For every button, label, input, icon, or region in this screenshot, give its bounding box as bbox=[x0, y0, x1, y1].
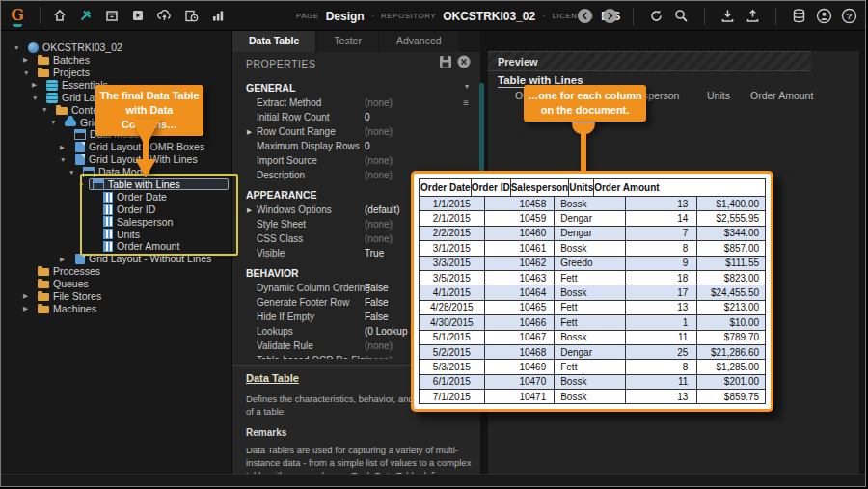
property-value[interactable]: 0 bbox=[365, 141, 370, 151]
property-label: Generate Footer Row bbox=[257, 297, 349, 308]
property-value[interactable]: (none) bbox=[365, 126, 393, 137]
property-value[interactable]: False bbox=[365, 297, 388, 308]
property-menu-icon[interactable]: ▾ bbox=[465, 82, 469, 91]
tree-expander[interactable]: ▼ bbox=[23, 69, 34, 76]
cell-order-date: 3/3/2015 bbox=[420, 257, 484, 270]
close-icon[interactable] bbox=[452, 55, 471, 72]
property-row[interactable]: Extract Method (none) ≡ bbox=[232, 95, 480, 110]
repository-label: REPOSITORY bbox=[381, 12, 436, 20]
save-icon[interactable] bbox=[434, 55, 452, 72]
download-icon[interactable] bbox=[719, 8, 736, 24]
cell-order-id: 10460 bbox=[484, 227, 555, 240]
cell-units: 13 bbox=[625, 390, 697, 403]
tree-node-icon bbox=[56, 107, 68, 115]
property-value[interactable]: (none) bbox=[365, 155, 393, 166]
page-value[interactable]: Design bbox=[326, 10, 365, 23]
cell-order-amount: $24,455.50 bbox=[696, 285, 765, 299]
cloud-upload-icon[interactable] bbox=[156, 8, 173, 23]
cell-order-amount: $1,400.00 bbox=[696, 197, 765, 210]
property-expander-icon[interactable]: ▶ bbox=[247, 128, 252, 136]
tree-expander[interactable]: ▶ bbox=[23, 305, 34, 312]
tab[interactable]: Tester bbox=[317, 31, 378, 52]
tree-item[interactable]: Queues bbox=[1, 278, 231, 290]
tree-item[interactable]: ▼ OKCSTRKI03_02 bbox=[1, 41, 231, 54]
home-icon[interactable] bbox=[52, 8, 68, 23]
property-label: Hide If Empty bbox=[257, 312, 314, 322]
tree-item[interactable]: ▼ Projects bbox=[1, 67, 231, 79]
cell-order-date: 1/1/2015 bbox=[420, 197, 484, 210]
property-value[interactable]: (none) bbox=[365, 355, 393, 359]
tree-expander[interactable]: ▶ bbox=[32, 81, 42, 89]
cell-salesperson: Dengar bbox=[554, 211, 625, 225]
tab[interactable]: Advanced bbox=[380, 31, 458, 52]
property-value[interactable]: (none) bbox=[365, 233, 393, 244]
tree-expander[interactable]: ▶ bbox=[23, 56, 34, 64]
tree-expander[interactable]: ▼ bbox=[68, 169, 79, 176]
help-icon[interactable]: ? bbox=[841, 8, 857, 24]
account-icon[interactable] bbox=[816, 8, 832, 24]
cell-order-amount: $201.00 bbox=[696, 375, 765, 389]
review-icon[interactable] bbox=[130, 8, 146, 23]
property-value[interactable]: (none) bbox=[365, 219, 393, 230]
tree-item[interactable]: ▶ File Stores bbox=[1, 290, 231, 303]
property-value[interactable]: 0 bbox=[365, 112, 370, 122]
property-value[interactable]: True bbox=[365, 248, 384, 258]
property-label: CSS Class bbox=[257, 233, 303, 244]
cell-order-date: 2/1/2015 bbox=[420, 211, 484, 225]
tree-expander[interactable]: ▶ bbox=[60, 144, 70, 151]
tab[interactable]: Data Table bbox=[232, 31, 315, 52]
property-row[interactable]: Maximum Display Rows 0 bbox=[232, 139, 480, 153]
tree-item[interactable]: ▶ Batches bbox=[1, 54, 231, 67]
tree-expander[interactable]: ▼ bbox=[60, 156, 70, 163]
property-row[interactable]: ▶ Row Count Range (none) bbox=[232, 124, 480, 139]
tree-expander[interactable]: ▶ bbox=[23, 292, 34, 300]
property-label: Validate Rule bbox=[257, 340, 313, 351]
table-row: 5/2/2015 10468 Dengar 25 $21,286.60 bbox=[420, 344, 765, 359]
property-row[interactable]: Initial Row Count 0 bbox=[232, 110, 480, 124]
property-value[interactable]: False bbox=[365, 283, 388, 293]
batches-icon[interactable] bbox=[104, 8, 120, 23]
tree-expander[interactable]: ▶ bbox=[60, 256, 70, 263]
tree-node-icon bbox=[38, 281, 49, 288]
cell-order-id: 10467 bbox=[484, 331, 555, 344]
property-row[interactable]: GENERAL ▾ bbox=[232, 80, 480, 95]
database-icon[interactable] bbox=[791, 8, 807, 24]
tree-expander[interactable]: ▼ bbox=[32, 95, 42, 101]
tree-expander[interactable]: ▼ bbox=[50, 119, 61, 125]
property-row[interactable]: Import Source (none) bbox=[232, 153, 480, 168]
search-icon[interactable] bbox=[673, 8, 690, 24]
tree-item[interactable]: ▶ Grid Layout - OMR Boxes bbox=[1, 141, 231, 153]
preview-header: Preview bbox=[488, 51, 811, 71]
cell-units: 8 bbox=[625, 241, 697, 255]
refresh-icon[interactable] bbox=[648, 8, 665, 24]
property-value[interactable]: (default) bbox=[365, 204, 400, 215]
property-label: Table-based OCR Re-Flow bbox=[257, 355, 372, 359]
property-label: Initial Row Count bbox=[257, 112, 330, 122]
cell-order-amount: $2,555.95 bbox=[696, 211, 765, 225]
back-icon[interactable] bbox=[577, 8, 593, 24]
top-toolbar: G PAGE Design · REPOSITORY OKCSTRKI03_02… bbox=[1, 1, 865, 31]
cell-salesperson: Dengar bbox=[554, 227, 625, 240]
table-row: 2/1/2015 10459 Dengar 14 $2,555.95 bbox=[420, 210, 765, 225]
stats-icon[interactable] bbox=[210, 8, 226, 23]
tree-expander[interactable]: ▼ bbox=[14, 44, 24, 51]
property-value[interactable]: (none) bbox=[365, 170, 393, 180]
tasks-icon[interactable] bbox=[183, 8, 200, 23]
property-label: Row Count Range bbox=[257, 126, 336, 137]
property-value[interactable]: False bbox=[365, 312, 388, 322]
cell-order-amount: $857.00 bbox=[696, 241, 765, 255]
property-value[interactable]: (none) bbox=[365, 97, 393, 108]
tree-item[interactable]: Processes bbox=[1, 265, 231, 278]
tree-item[interactable]: ▶ Machines bbox=[1, 303, 231, 315]
tree-highlight-box bbox=[80, 174, 238, 256]
tree-expander[interactable]: ▼ bbox=[41, 106, 52, 113]
property-value[interactable]: (none) bbox=[365, 340, 393, 351]
tree-item[interactable]: ▼ Grid Layout - With Lines bbox=[1, 153, 231, 166]
forward-icon[interactable] bbox=[602, 8, 618, 24]
repository-value[interactable]: OKCSTRKI03_02 bbox=[443, 10, 535, 23]
property-menu-icon[interactable]: ≡ bbox=[463, 97, 469, 108]
upload-icon[interactable] bbox=[745, 8, 761, 24]
cell-salesperson: Bossk bbox=[554, 375, 625, 389]
property-expander-icon[interactable]: ▶ bbox=[247, 206, 252, 214]
tools-icon[interactable] bbox=[78, 8, 94, 23]
